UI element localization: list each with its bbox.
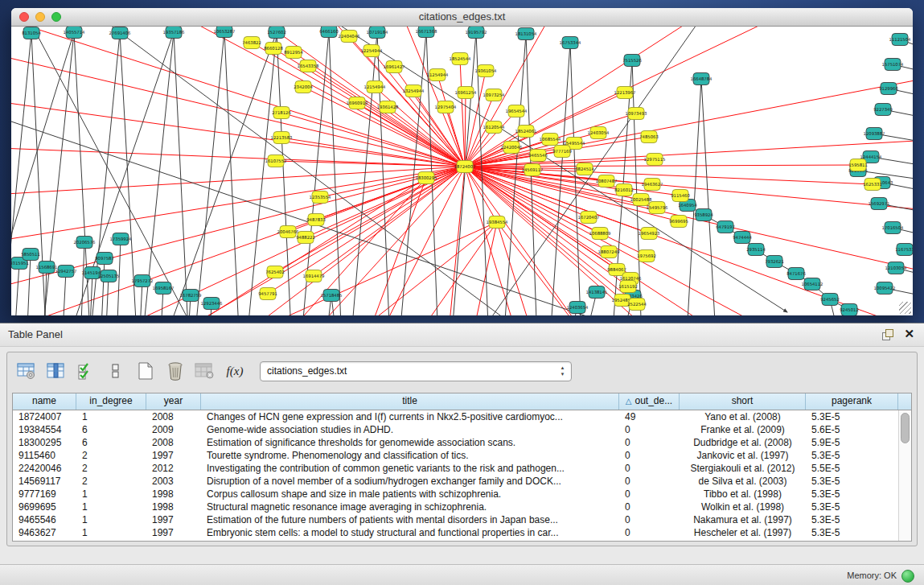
deselect-rows-icon[interactable] bbox=[105, 360, 126, 381]
table-row[interactable]: 1872400712008Changes of HCN gene express… bbox=[13, 410, 898, 423]
cell-title: Estimation of the future numbers of pati… bbox=[201, 513, 619, 526]
table-row[interactable]: 1938455462009Genome-wide association stu… bbox=[13, 423, 898, 436]
graph-node-label: 10973493 bbox=[626, 111, 647, 116]
cell-year: 2008 bbox=[146, 410, 201, 423]
graph-node-label: 16961254 bbox=[455, 90, 478, 95]
column-header-short[interactable]: short bbox=[680, 393, 806, 410]
graph-node-label: 7515526 bbox=[622, 58, 642, 63]
graph-node-label: 18724007 bbox=[454, 164, 476, 169]
cell-pagerank: 5.5E-5 bbox=[806, 462, 898, 475]
graph-node-label: 17359924 bbox=[110, 237, 133, 241]
cell-name: 9465546 bbox=[13, 513, 76, 526]
graph-node-label: 13254944 bbox=[403, 89, 425, 93]
graph-node-label: 5850511 bbox=[21, 252, 40, 257]
network-window: citations_edges.txt 81310541405571427691… bbox=[11, 8, 913, 315]
cell-name: 9777169 bbox=[13, 488, 76, 501]
table-row[interactable]: 977716911998Corpus callosum shape and si… bbox=[13, 488, 898, 501]
cell-in_degree: 1 bbox=[76, 501, 146, 513]
cell-short: Nakamura et al. (1997) bbox=[680, 513, 806, 526]
graph-node-label: 19357186 bbox=[163, 30, 186, 35]
cell-year: 2009 bbox=[146, 423, 201, 436]
column-header-pagerank[interactable]: pagerank bbox=[806, 393, 898, 410]
graph-node-label: 15495544 bbox=[564, 141, 586, 146]
cell-year: 1997 bbox=[146, 449, 201, 462]
graph-node-label: 8912954 bbox=[284, 50, 303, 55]
column-header-out_degree[interactable]: △out_de... bbox=[619, 393, 680, 410]
table-row[interactable]: 911546021997Tourette syndrome. Phenomeno… bbox=[13, 449, 898, 462]
table-row[interactable]: 1830029562008Estimation of significance … bbox=[13, 436, 898, 449]
create-table-icon[interactable] bbox=[135, 360, 156, 381]
graph-node-label: 1595811 bbox=[848, 163, 868, 167]
table-row[interactable]: 969969511998Structural magnetic resonanc… bbox=[13, 501, 898, 513]
graph-node-label: 9457791 bbox=[258, 291, 277, 296]
graph-node-label: 14569117 bbox=[522, 167, 544, 172]
float-panel-icon[interactable] bbox=[882, 329, 893, 340]
graph-node-label: 2522544 bbox=[627, 302, 647, 307]
graph-node-label: 12403054 bbox=[588, 130, 610, 135]
select-all-rows-icon[interactable] bbox=[76, 360, 97, 381]
resize-grip-icon[interactable] bbox=[899, 302, 911, 314]
cell-title: Investigating the contribution of common… bbox=[201, 462, 619, 475]
scrollbar-thumb[interactable] bbox=[901, 413, 910, 443]
graph-node-label: 12103054 bbox=[885, 266, 908, 270]
cell-title: Corpus callosum shape and size in male p… bbox=[201, 488, 619, 501]
cell-pagerank: 5.3E-5 bbox=[806, 449, 898, 462]
cell-short: Franke et al. (2009) bbox=[680, 423, 806, 436]
close-panel-icon[interactable]: ✕ bbox=[904, 327, 914, 341]
choose-columns-icon[interactable] bbox=[46, 360, 67, 381]
table-row[interactable]: 946362711997Embryonic stem cells: a mode… bbox=[13, 526, 898, 539]
table-row[interactable]: 2242004622012Investigating the contribut… bbox=[13, 462, 898, 475]
cell-in_degree: 2 bbox=[76, 475, 146, 488]
window-titlebar[interactable]: citations_edges.txt bbox=[11, 8, 913, 27]
network-svg[interactable]: 8131054140557142769140619357186106532871… bbox=[11, 27, 913, 315]
vertical-scrollbar[interactable] bbox=[898, 410, 911, 541]
graph-node-label: 9474444 bbox=[733, 235, 752, 240]
graph-node-label: 12403654 bbox=[567, 305, 589, 310]
graph-node-label: 8216012 bbox=[614, 187, 634, 192]
column-header-in_degree[interactable]: in_degree bbox=[76, 393, 146, 410]
column-header-name[interactable]: name bbox=[13, 393, 76, 410]
graph-node-label: 1625331 bbox=[863, 182, 882, 187]
graph-node-label: 3824514 bbox=[575, 167, 594, 171]
graph-node-label: 10719184 bbox=[367, 30, 389, 35]
graph-node-label: 18524061 bbox=[515, 129, 537, 134]
destroy-table-icon[interactable] bbox=[195, 360, 216, 381]
sort-ascending-icon: △ bbox=[626, 397, 632, 406]
graph-node-label: 18131054 bbox=[515, 31, 538, 36]
network-select[interactable]: citations_edges.txt ▲▼ bbox=[260, 361, 572, 381]
graph-node-label: 12923446 bbox=[201, 301, 224, 306]
graph-node-label: 16120544 bbox=[483, 125, 506, 130]
graph-node-label: 12444154 bbox=[860, 154, 883, 159]
graph-node-label: 7625402 bbox=[265, 270, 285, 274]
graph-node-label: 10654112 bbox=[802, 282, 823, 286]
graph-node-label: 19654923 bbox=[639, 231, 660, 236]
table-body[interactable]: 1872400712008Changes of HCN gene express… bbox=[13, 410, 898, 541]
graph-node-label: 9315951 bbox=[11, 261, 29, 266]
combo-stepper-icon[interactable]: ▲▼ bbox=[559, 365, 566, 378]
graph-node-label: 2342004 bbox=[294, 84, 313, 89]
table-settings-icon[interactable] bbox=[16, 360, 37, 381]
cell-in_degree: 2 bbox=[76, 462, 146, 475]
cell-name: 22420046 bbox=[13, 462, 76, 475]
cell-out_degree: 0 bbox=[619, 501, 680, 513]
graph-node-label: 16914479 bbox=[303, 274, 325, 278]
node-table: namein_degreeyeartitle△out_de...shortpag… bbox=[12, 393, 912, 542]
delete-entries-icon[interactable] bbox=[165, 360, 186, 381]
memory-ok-led-icon bbox=[901, 570, 914, 583]
column-header-year[interactable]: year bbox=[146, 393, 201, 410]
table-row[interactable]: 1456911722003Disruption of a novel membe… bbox=[13, 475, 898, 488]
graph-node-label: 9465546 bbox=[528, 153, 548, 158]
cell-title: Estimation of significance thresholds fo… bbox=[201, 436, 619, 449]
graph-node-label: 9129966 bbox=[879, 86, 898, 91]
cell-out_degree: 0 bbox=[619, 462, 680, 475]
graph-node-label: 12505135 bbox=[98, 274, 120, 278]
column-header-title[interactable]: title bbox=[201, 393, 619, 410]
network-canvas-area[interactable]: 8131054140557142769140619357186106532871… bbox=[11, 27, 913, 315]
function-builder-icon[interactable]: f(x) bbox=[224, 360, 245, 381]
table-row[interactable]: 946554611997Estimation of the future num… bbox=[13, 513, 898, 526]
cell-short: Jankovic et al. (1997) bbox=[680, 449, 806, 462]
cell-out_degree: 0 bbox=[619, 423, 680, 436]
graph-node-label: 8131054 bbox=[22, 31, 41, 35]
graph-node-label: 16671368 bbox=[416, 29, 438, 34]
graph-node-label: 16720407 bbox=[578, 215, 600, 220]
